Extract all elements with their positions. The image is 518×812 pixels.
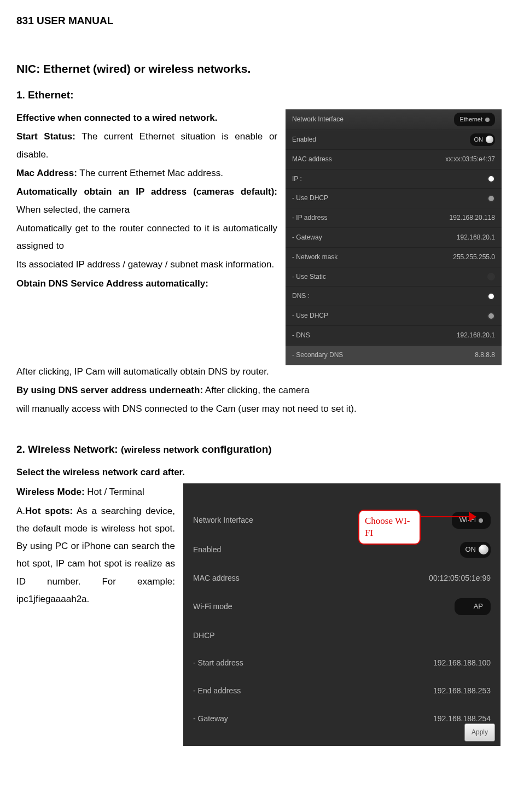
hotspot-text: As a searching device, the default mode … [16, 506, 175, 604]
row-ip-header: IP : [286, 170, 502, 189]
selector-ap[interactable]: AP [455, 598, 491, 615]
apply-button[interactable]: Apply [464, 723, 495, 741]
label-network-interface: Network Interface [292, 113, 344, 126]
wireless-mode-text: Hot / Terminal [85, 487, 144, 497]
row-gateway: - Gateway 192.168.188.254 [183, 705, 500, 733]
select-wireless-line: Select the wireless network card after. [16, 464, 502, 481]
mode-knob-icon [462, 603, 471, 611]
toggle-knob-icon [486, 136, 493, 143]
radio-selected-icon[interactable] [487, 195, 495, 202]
hotspot-prefix: A. [16, 506, 25, 516]
radio-icon [487, 175, 495, 183]
label-wifi-mode: Wi-Fi mode [193, 599, 232, 614]
label-dns-dhcp: - Use DHCP [292, 309, 328, 322]
label-ip-address: - IP address [292, 212, 327, 224]
row-dns: - DNS 192.168.20.1 [286, 326, 502, 346]
auto-ip-line2: Automatically get to the router connecte… [16, 220, 277, 255]
using-dns-text: After clicking, the camera [203, 385, 310, 395]
radio-icon [487, 293, 495, 300]
row-enabled[interactable]: Enabled ON [286, 130, 502, 150]
label-gateway: - Gateway [292, 231, 322, 244]
row-use-static[interactable]: - Use Static [286, 267, 502, 287]
callout-line-icon [420, 516, 470, 517]
row-wifi-mode[interactable]: Wi-Fi mode AP [183, 592, 500, 622]
callout-choose-wifi: Choose WI-FI [358, 510, 421, 545]
chevron-icon [479, 518, 483, 523]
chevron-icon [485, 118, 490, 122]
value-end-address: 192.168.188.253 [433, 684, 491, 698]
using-dns-label: By using DNS server address underneath: [16, 385, 203, 395]
label-mac: MAC address [292, 153, 332, 166]
value-mac: 00:12:05:05:1e:99 [429, 571, 491, 586]
obtain-dns-label: Obtain DNS Service Address automatically… [16, 278, 208, 289]
subsection-wireless-title: 2. Wireless Network: (wireless network c… [16, 440, 502, 459]
value-dns: 192.168.20.1 [457, 329, 495, 342]
row-ip-address: - IP address 192.168.20.118 [286, 208, 502, 228]
value-secondary-dns: 8.8.8.8 [475, 349, 495, 361]
subsection-ethernet-title: 1. Ethernet: [16, 85, 502, 105]
toggle-knob-icon [479, 545, 488, 554]
label-use-static: - Use Static [292, 271, 326, 283]
label-network-interface: Network Interface [193, 513, 253, 528]
callout-arrow-icon [469, 512, 476, 522]
section-nic-title: NIC: Ethernet (wired) or wireless networ… [16, 58, 502, 80]
auto-ip-label: Automatically obtain an IP address (came… [16, 186, 277, 197]
auto-ip-text: When selected, the camera [16, 205, 130, 215]
label-end-address: - End address [193, 684, 241, 698]
radio-selected-icon[interactable] [487, 312, 495, 320]
radio-unselected-icon[interactable] [487, 273, 495, 281]
label-enabled: Enabled [292, 133, 316, 146]
label-ip: IP : [292, 173, 302, 185]
row-mac: MAC address xx:xx:03:f5:e4:37 [286, 150, 502, 170]
value-gateway: 192.168.20.1 [457, 231, 495, 244]
label-dns: - DNS [292, 329, 310, 342]
wireless-description: Wireless Mode: Hot / Terminal A.Hot spot… [16, 483, 175, 609]
label-dns-header: DNS : [292, 290, 310, 302]
label-start-address: - Start address [193, 656, 243, 670]
effective-line: Effective when connected to a wired netw… [16, 113, 217, 123]
row-secondary-dns: - Secondary DNS 8.8.8.8 [286, 346, 502, 365]
start-status-label: Start Status: [16, 131, 75, 142]
ethernet-continued: After clicking, IP Cam will automaticall… [16, 363, 502, 418]
row-enabled[interactable]: Enabled ON [183, 535, 500, 564]
page-header: 831 USER MANUAL [16, 11, 502, 31]
row-use-dhcp[interactable]: - Use DHCP [286, 189, 502, 208]
row-start-address: - Start address 192.168.188.100 [183, 649, 500, 677]
using-dns-line2: will manually access with DNS connected … [16, 400, 502, 418]
toggle-enabled[interactable]: ON [460, 542, 491, 558]
toggle-enabled[interactable]: ON [470, 133, 496, 146]
row-mac: MAC address 00:12:05:05:1e:99 [183, 564, 500, 592]
row-dns-dhcp[interactable]: - Use DHCP [286, 306, 502, 326]
value-ip-address: 192.168.20.118 [450, 212, 495, 224]
value-netmask: 255.255.255.0 [453, 251, 495, 264]
label-dhcp: DHCP [193, 628, 215, 643]
hotspot-label: Hot spots: [25, 506, 73, 516]
selector-ethernet[interactable]: Ethernet [454, 113, 495, 126]
mac-address-label: Mac Address: [16, 168, 77, 178]
label-enabled: Enabled [193, 542, 221, 557]
row-end-address: - End address 192.168.188.253 [183, 677, 500, 705]
value-start-address: 192.168.188.100 [433, 656, 491, 670]
row-network-interface[interactable]: Network Interface Wi-Fi [183, 505, 500, 535]
wifi-settings-panel: Choose WI-FI Network Interface Wi-Fi Ena… [183, 483, 500, 746]
auto-ip-line3: Its associated IP address / gateway / su… [16, 256, 277, 273]
row-dns-header: DNS : [286, 287, 502, 306]
label-secondary-dns: - Secondary DNS [292, 349, 343, 361]
obtain-dns-text: After clicking, IP Cam will automaticall… [16, 363, 502, 381]
value-mac: xx:xx:03:f5:e4:37 [445, 153, 495, 166]
label-mac: MAC address [193, 571, 240, 586]
wireless-mode-label: Wireless Mode: [16, 487, 85, 497]
mac-address-text: The current Ethernet Mac address. [77, 168, 223, 178]
row-network-interface[interactable]: Network Interface Ethernet [286, 109, 502, 130]
label-netmask: - Network mask [292, 251, 337, 264]
label-use-dhcp: - Use DHCP [292, 192, 328, 205]
row-gateway: - Gateway 192.168.20.1 [286, 228, 502, 248]
ethernet-description: Effective when connected to a wired netw… [16, 109, 277, 294]
row-dhcp-header: DHCP [183, 622, 500, 650]
ethernet-settings-panel: Network Interface Ethernet Enabled ON MA… [286, 109, 502, 365]
row-netmask: - Network mask 255.255.255.0 [286, 248, 502, 267]
label-gateway: - Gateway [193, 711, 228, 726]
